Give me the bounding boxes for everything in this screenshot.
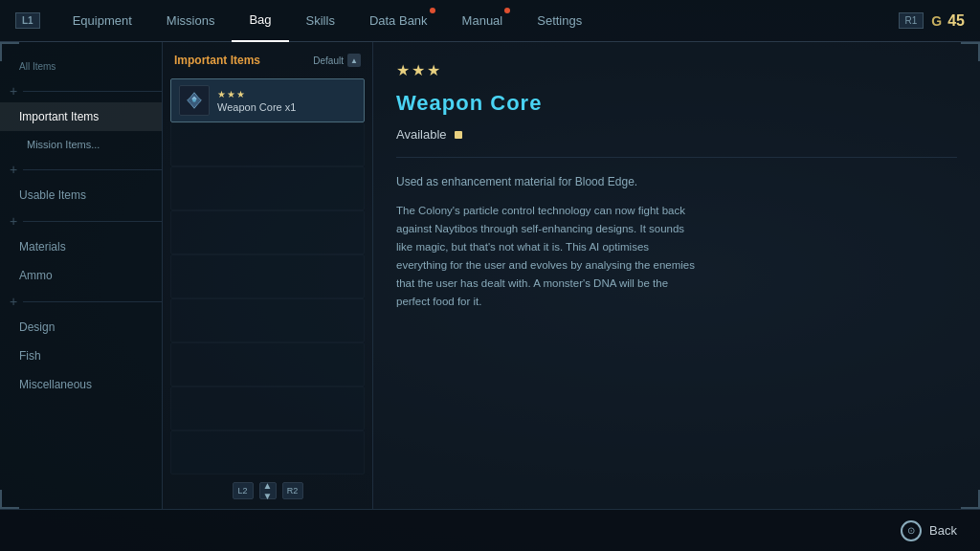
page-prev-button[interactable]: L2 <box>233 482 254 499</box>
left-sidebar: All Items Important ItemsMission Items..… <box>0 42 163 509</box>
detail-divider <box>396 157 957 158</box>
item-card-empty-4[interactable] <box>170 254 365 298</box>
sort-label: Default <box>313 55 344 66</box>
gold-display: G 45 <box>931 12 965 30</box>
item-icon-weapon-core <box>179 85 210 116</box>
item-card-empty-3[interactable] <box>170 210 365 254</box>
sidebar-item-ammo[interactable]: Ammo <box>0 261 162 290</box>
pagination-row: L2 ▲▼ R2 <box>170 482 365 499</box>
item-card-empty-6[interactable] <box>170 342 365 386</box>
nav-badge-left: L1 <box>15 12 40 29</box>
nav-item-databank[interactable]: Data Bank <box>352 0 445 42</box>
sidebar-section-header: All Items <box>0 57 162 76</box>
back-label: Back <box>929 523 957 538</box>
nav-badge-right: R1 <box>899 12 924 29</box>
gold-icon: G <box>931 13 942 29</box>
nav-dot-manual <box>504 8 510 13</box>
gold-value: 45 <box>947 12 965 30</box>
back-button[interactable]: ⊙ Back <box>901 520 957 541</box>
nav-right: R1 G 45 <box>899 12 965 30</box>
sidebar-items-container: Important ItemsMission Items...Usable It… <box>0 102 162 399</box>
center-panel: Important Items Default ▲ ★★★Weapon Core… <box>163 42 373 509</box>
sidebar-divider-3 <box>0 213 162 229</box>
detail-status: Available <box>396 127 957 142</box>
panel-header: Important Items Default ▲ <box>170 54 365 75</box>
page-next-button[interactable]: R2 <box>282 482 303 499</box>
item-card-weapon-core[interactable]: ★★★Weapon Core x1 <box>170 78 365 122</box>
nav-item-manual[interactable]: Manual <box>445 0 521 42</box>
sidebar-item-design[interactable]: Design <box>0 313 162 342</box>
sidebar-divider-2 <box>0 162 162 177</box>
nav-item-settings[interactable]: Settings <box>520 0 599 42</box>
status-indicator <box>455 131 462 139</box>
item-card-empty-1[interactable] <box>170 122 365 166</box>
sidebar-item-miscellaneous[interactable]: Miscellaneous <box>0 370 162 399</box>
item-info-weapon-core: ★★★Weapon Core x1 <box>217 89 296 113</box>
corner-decoration-tr <box>961 42 980 61</box>
sidebar-divider-1 <box>0 83 162 99</box>
item-name-weapon-core: Weapon Core x1 <box>217 101 296 113</box>
bottom-bar: ⊙ Back <box>0 509 980 551</box>
detail-panel: ★★★ Weapon Core Available Used as enhanc… <box>373 42 980 509</box>
item-card-empty-5[interactable] <box>170 298 365 342</box>
detail-subtitle: Used as enhancement material for Blood E… <box>396 173 957 190</box>
sidebar-item-important-items[interactable]: Important Items <box>0 102 162 131</box>
ui-root: L1 EquipmentMissionsBagSkillsData BankMa… <box>0 0 980 551</box>
nav-item-bag[interactable]: Bag <box>232 0 288 42</box>
item-list: ★★★Weapon Core x1 <box>170 78 365 474</box>
sort-icon: ▲ <box>347 54 361 67</box>
svg-point-0 <box>192 99 196 102</box>
nav-item-missions[interactable]: Missions <box>149 0 233 42</box>
corner-decoration-tl <box>0 42 19 61</box>
sidebar-divider-5 <box>0 294 162 309</box>
nav-item-equipment[interactable]: Equipment <box>56 0 149 42</box>
main-content: All Items Important ItemsMission Items..… <box>0 42 980 509</box>
item-card-empty-7[interactable] <box>170 386 365 430</box>
sidebar-item-usable-items[interactable]: Usable Items <box>0 181 162 209</box>
corner-decoration-bl <box>0 490 19 509</box>
corner-decoration-br <box>961 490 980 509</box>
status-label: Available <box>396 127 447 142</box>
panel-title: Important Items <box>174 54 260 67</box>
detail-description: The Colony's particle control technology… <box>396 202 702 311</box>
page-up-arrow[interactable]: ▲▼ <box>259 482 277 499</box>
sidebar-item-fish[interactable]: Fish <box>0 342 162 370</box>
item-card-empty-8[interactable] <box>170 430 365 474</box>
detail-title: Weapon Core <box>396 91 957 116</box>
panel-sort[interactable]: Default ▲ <box>313 54 361 67</box>
back-circle-icon: ⊙ <box>901 520 922 541</box>
detail-stars: ★★★ <box>396 61 957 79</box>
top-navigation: L1 EquipmentMissionsBagSkillsData BankMa… <box>0 0 980 42</box>
nav-items: EquipmentMissionsBagSkillsData BankManua… <box>56 0 899 42</box>
nav-item-skills[interactable]: Skills <box>289 0 352 42</box>
item-card-empty-2[interactable] <box>170 166 365 210</box>
sidebar-item-mission-items[interactable]: Mission Items... <box>0 131 162 158</box>
item-stars-weapon-core: ★★★ <box>217 89 296 99</box>
nav-dot-databank <box>430 8 435 13</box>
sidebar-item-materials[interactable]: Materials <box>0 232 162 261</box>
